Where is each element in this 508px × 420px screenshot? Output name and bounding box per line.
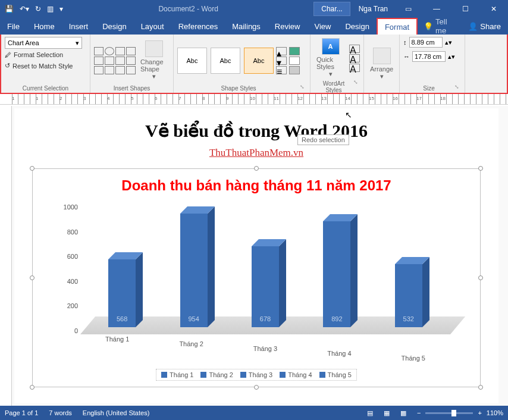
shape-style-gallery[interactable]: Abc Abc Abc: [177, 48, 274, 74]
resize-handle[interactable]: [478, 275, 483, 280]
group-label: Current Selection: [5, 84, 86, 93]
dialog-launcher-icon[interactable]: ⤡: [300, 84, 306, 93]
shape-effects-button[interactable]: [289, 66, 300, 74]
language-indicator[interactable]: English (United States): [83, 409, 150, 416]
chart-bar[interactable]: 892: [323, 221, 350, 327]
undo-icon[interactable]: ↶▾: [20, 5, 29, 13]
chart-legend[interactable]: Tháng 1 Tháng 2 Tháng 3 Tháng 4 Tháng 5: [156, 369, 357, 381]
gallery-scroll[interactable]: ▴▾≡: [276, 47, 287, 74]
page-indicator[interactable]: Page 1 of 1: [5, 409, 38, 416]
close-icon[interactable]: ✕: [482, 5, 506, 13]
height-icon: ↕: [403, 39, 407, 46]
share-button[interactable]: 👤Share: [461, 18, 508, 35]
text-fill-button[interactable]: A: [349, 45, 360, 53]
style-preset-3[interactable]: Abc: [244, 48, 274, 74]
resize-handle[interactable]: [30, 166, 35, 171]
height-input[interactable]: 8.89 cm: [409, 37, 443, 48]
arrange-button[interactable]: Arrange▾: [368, 46, 396, 82]
group-label: Shape Styles: [177, 84, 300, 93]
tab-mailings[interactable]: Mailings: [225, 18, 268, 35]
zoom-out-button[interactable]: −: [417, 409, 421, 416]
chart-title[interactable]: Doanh thu bán hàng tháng 11 năm 2017: [39, 177, 474, 194]
chart-bar[interactable]: 568: [108, 259, 136, 327]
style-preset-1[interactable]: Abc: [177, 48, 207, 74]
chart-element-dropdown[interactable]: Chart Area▾: [5, 37, 82, 49]
reset-style-button[interactable]: ↺Reset to Match Style: [5, 61, 73, 71]
width-icon: ↔: [403, 53, 410, 60]
maximize-icon[interactable]: ☐: [453, 5, 477, 13]
text-effects-button[interactable]: A: [349, 64, 360, 72]
group-label: Size: [403, 84, 454, 93]
x-axis-labels: Tháng 1 Tháng 2 Tháng 3 Tháng 4 Tháng 5: [80, 336, 450, 362]
word-count[interactable]: 7 words: [49, 409, 72, 416]
save-icon[interactable]: 💾: [5, 5, 14, 13]
wordart-icon: A: [322, 38, 340, 55]
dialog-launcher-icon[interactable]: ⤡: [454, 84, 461, 93]
y-axis: 1000 800 600 400 200 0: [57, 203, 78, 334]
resize-handle[interactable]: [254, 385, 259, 390]
dialog-launcher-icon[interactable]: ⤡: [353, 79, 360, 95]
data-label: 678: [252, 315, 279, 322]
resize-handle[interactable]: [30, 385, 35, 390]
tab-layout[interactable]: Layout: [134, 18, 171, 35]
read-mode-icon[interactable]: ▤: [367, 409, 373, 417]
style-preset-2[interactable]: Abc: [211, 48, 240, 74]
chart-object[interactable]: Doanh thu bán hàng tháng 11 năm 2017 100…: [32, 168, 481, 387]
group-label: Insert Shapes: [94, 84, 170, 93]
tab-home[interactable]: Home: [27, 18, 62, 35]
chart-bar[interactable]: 678: [252, 246, 279, 327]
zoom-in-button[interactable]: +: [478, 409, 481, 416]
group-shape-styles: Abc Abc Abc ▴▾≡ Shape Styles⤡: [174, 35, 311, 93]
quick-styles-button[interactable]: A Quick Styles▾: [314, 37, 347, 79]
document-link[interactable]: ThuThuatPhanMem.vn: [32, 147, 481, 159]
contextual-tab-label[interactable]: Char...: [313, 2, 350, 16]
share-icon: 👤: [468, 22, 478, 31]
change-shape-button[interactable]: Change Shape▾: [138, 39, 170, 82]
tab-format[interactable]: Format: [377, 18, 418, 35]
qat-customize-icon[interactable]: ▥: [47, 5, 54, 13]
reset-icon: ↺: [5, 62, 10, 70]
page[interactable]: Vẽ biểu đồ trong Word 2016 ThuThuatPhanM…: [14, 108, 498, 403]
tab-chart-design[interactable]: Design: [338, 18, 376, 35]
web-layout-icon[interactable]: ▩: [400, 409, 406, 417]
shape-outline-button[interactable]: [289, 57, 300, 65]
resize-handle[interactable]: [478, 385, 483, 390]
group-label: [368, 90, 396, 93]
zoom-level[interactable]: 110%: [487, 409, 503, 416]
user-name[interactable]: Nga Tran: [355, 5, 391, 13]
tab-insert[interactable]: Insert: [62, 18, 96, 35]
data-label: 892: [323, 315, 350, 322]
redo-icon[interactable]: ↻: [35, 5, 41, 13]
text-outline-button[interactable]: A: [349, 54, 360, 62]
resize-handle[interactable]: [254, 166, 259, 171]
tab-design[interactable]: Design: [95, 18, 133, 35]
resize-handle[interactable]: [478, 166, 483, 171]
tab-references[interactable]: References: [171, 18, 225, 35]
spinner-icon[interactable]: ▴▾: [445, 39, 452, 46]
lightbulb-icon: 💡: [424, 22, 433, 31]
format-icon: 🖉: [5, 51, 11, 58]
tell-me-search[interactable]: 💡Tell me: [418, 18, 461, 35]
print-layout-icon[interactable]: ▦: [384, 409, 390, 417]
tab-review[interactable]: Review: [268, 18, 308, 35]
width-input[interactable]: 17.78 cm: [412, 51, 446, 62]
tab-view[interactable]: View: [307, 18, 338, 35]
document-area: Vẽ biểu đồ trong Word 2016 ThuThuatPhanM…: [0, 106, 508, 406]
resize-handle[interactable]: [30, 275, 35, 280]
group-wordart-styles: A Quick Styles▾ A A A WordArt Styles⤡: [311, 35, 364, 93]
spinner-icon[interactable]: ▴▾: [448, 53, 455, 61]
chart-bar[interactable]: 954: [180, 214, 208, 327]
tab-file[interactable]: File: [0, 18, 27, 35]
chart-bar[interactable]: 532: [395, 264, 422, 327]
group-insert-shapes: Change Shape▾ Insert Shapes: [90, 35, 174, 93]
ribbon-options-icon[interactable]: ▭: [396, 5, 420, 13]
chart-plot-area[interactable]: 1000 800 600 400 200 0 568954678892532 T…: [80, 203, 450, 358]
format-selection-button[interactable]: 🖉Format Selection: [5, 50, 63, 59]
vertical-ruler[interactable]: [0, 106, 12, 406]
shape-fill-button[interactable]: [289, 47, 300, 55]
zoom-slider[interactable]: [425, 412, 473, 414]
document-title: Document2 - Word: [63, 5, 313, 13]
shape-gallery[interactable]: [94, 47, 136, 74]
horizontal-ruler[interactable]: 1123456789101112131415161718: [0, 94, 508, 105]
minimize-icon[interactable]: —: [425, 5, 449, 13]
